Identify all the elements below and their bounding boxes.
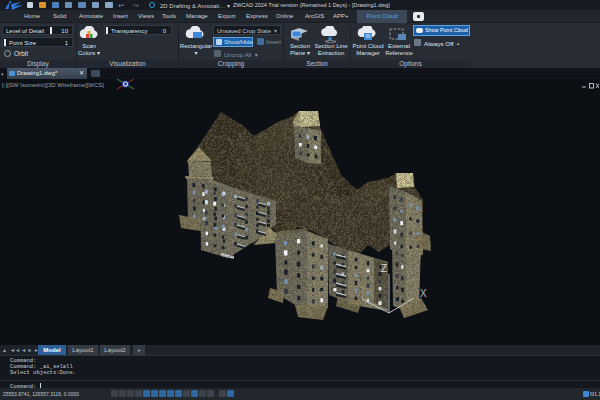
svg-text:Z: Z [381, 263, 387, 274]
svg-text:X: X [420, 288, 427, 299]
